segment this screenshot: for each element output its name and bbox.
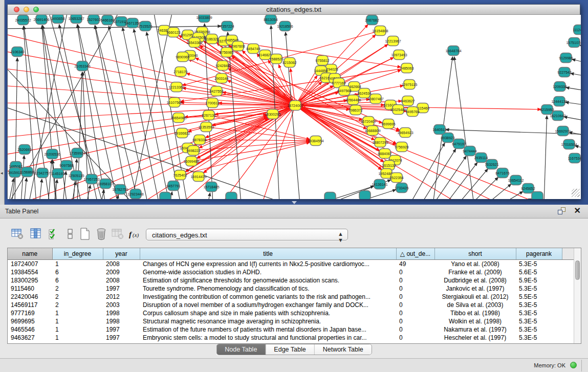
table-cell[interactable]: Embryonic stem cells: a model to study s… (140, 334, 396, 342)
graph-node[interactable]: 20564486 (345, 95, 361, 105)
graph-node[interactable]: 16543362 (186, 38, 202, 48)
graph-node[interactable]: 15692971 (555, 126, 571, 136)
table-scrollbar[interactable] (574, 248, 581, 343)
graph-node[interactable]: 9227542 (557, 68, 571, 77)
graph-node[interactable]: 20206536 (44, 149, 60, 159)
table-cell[interactable]: 0 (396, 301, 434, 309)
graph-node[interactable] (160, 192, 171, 200)
table-cell[interactable]: 2009 (103, 268, 140, 276)
graph-edge[interactable] (95, 26, 139, 199)
graph-node[interactable]: 18724007 (287, 101, 303, 111)
graph-edge[interactable] (208, 193, 210, 199)
column-header-pagerank[interactable]: pagerank (516, 248, 562, 259)
graph-node[interactable]: 6497568 (337, 86, 351, 96)
graph-edge[interactable] (228, 69, 295, 105)
table-cell[interactable]: 5.6E-5 (516, 268, 562, 276)
graph-node[interactable]: 2967608 (231, 41, 245, 51)
graph-node[interactable]: 9495769 (405, 107, 419, 117)
memory-ok-indicator-icon[interactable] (570, 362, 577, 368)
graph-node[interactable]: 1640513 (432, 125, 446, 135)
graph-node[interactable]: 16099488 (183, 157, 199, 166)
table-cell[interactable]: 0 (396, 268, 434, 276)
graph-edge[interactable] (180, 142, 310, 175)
graph-edge[interactable] (204, 105, 295, 173)
graph-node[interactable]: 9457791 (166, 181, 180, 191)
graph-edge[interactable] (471, 177, 498, 199)
table-cell[interactable]: 1 (52, 325, 103, 334)
graph-node[interactable]: 2718170 (173, 67, 187, 77)
table-cell[interactable]: 1 (52, 309, 103, 317)
graph-node[interactable]: 6479197 (452, 139, 466, 149)
table-cell[interactable]: 5.5E-5 (516, 293, 562, 301)
graph-edge[interactable] (78, 25, 118, 199)
table-cell[interactable]: 2003 (103, 301, 140, 309)
graph-edge[interactable] (24, 178, 27, 199)
graph-edge[interactable] (571, 73, 581, 77)
table-cell[interactable]: 2008 (103, 259, 140, 268)
table-cell[interactable]: 1997 (103, 334, 140, 342)
table-row[interactable]: 977716911998Corpus callosum shape and si… (8, 309, 574, 317)
table-cell[interactable]: 6 (52, 268, 103, 276)
graph-edge[interactable] (134, 29, 169, 199)
column-header-name[interactable]: name (8, 248, 52, 259)
graph-node[interactable]: 9242848 (215, 61, 229, 71)
resize-grip[interactable] (572, 189, 580, 197)
graph-node[interactable]: 19218506 (277, 21, 293, 31)
graph-node[interactable] (532, 192, 543, 200)
graph-node[interactable]: 16720407 (360, 117, 376, 126)
column-header-in_degree[interactable]: in_degree (52, 248, 103, 259)
graph-node[interactable]: 9463627 (401, 96, 415, 106)
graph-node[interactable]: 19654923 (397, 128, 413, 138)
graph-node[interactable]: 1700612 (205, 98, 219, 108)
graph-edge[interactable] (109, 26, 148, 199)
split-pane-handle[interactable] (292, 201, 297, 204)
graph-edge[interactable] (15, 58, 17, 199)
graph-node[interactable]: 1588520 (269, 54, 283, 64)
graph-edge[interactable] (575, 146, 581, 150)
graph-node[interactable]: 11353593 (199, 122, 214, 132)
delete-column-icon[interactable] (94, 227, 108, 241)
table-cell[interactable]: 5.3E-5 (516, 285, 562, 293)
table-cell[interactable]: 5.3E-5 (516, 325, 562, 334)
table-row[interactable]: 1830029562008Estimation of significance … (8, 276, 574, 285)
table-cell[interactable]: Changes of HCN gene expression and I(f) … (140, 259, 396, 268)
table-cell[interactable]: 0 (396, 276, 434, 285)
table-cell[interactable]: 1 (52, 334, 103, 342)
graph-node[interactable]: 12923448 (127, 189, 143, 199)
table-cell[interactable]: Estimation of the future numbers of pati… (140, 325, 396, 334)
graph-node[interactable]: 9699695 (381, 119, 395, 129)
table-cell[interactable]: 1997 (103, 325, 140, 334)
new-column-icon[interactable] (78, 227, 92, 241)
tab-node-table[interactable]: Node Table (216, 344, 266, 355)
graph-node[interactable]: 24035572 (15, 15, 31, 25)
graph-node[interactable]: 9755812 (315, 56, 329, 65)
float-window-icon[interactable] (558, 207, 566, 215)
graph-node[interactable]: 14136141 (372, 180, 387, 189)
table-row[interactable]: 911546021997Tourette syndrome. Phenomeno… (8, 285, 574, 293)
graph-node[interactable]: 7357224 (220, 21, 234, 31)
table-cell[interactable]: 2012 (103, 293, 140, 301)
table-options-icon[interactable] (10, 227, 25, 241)
close-panel-icon[interactable]: ✕ (574, 207, 581, 215)
table-cell[interactable]: 9465546 (8, 325, 52, 334)
graph-node[interactable]: 6466160 (100, 15, 114, 25)
graph-node[interactable]: 16107564 (166, 98, 182, 107)
graph-node[interactable]: 9498222 (186, 146, 200, 156)
table-scrollbar-thumb[interactable] (575, 260, 580, 280)
table-cell[interactable]: Dudbridge et al. (2008) (434, 276, 516, 285)
table-cell[interactable]: 5.9E-5 (516, 276, 562, 285)
table-cell[interactable]: Stergiakouli et al. (2012) (434, 293, 516, 301)
table-select-dropdown[interactable]: citations_edges.txt ▲▼ (146, 229, 348, 240)
graph-node[interactable]: 9129986 (559, 53, 573, 63)
table-cell[interactable]: 0 (396, 285, 434, 293)
table-cell[interactable]: 0 (396, 325, 434, 334)
network-window-titlebar[interactable]: citations_edges.txt (8, 5, 580, 15)
graph-node[interactable]: 8756985 (220, 48, 233, 57)
table-mode-icon[interactable] (63, 227, 78, 241)
graph-node[interactable]: 7515526 (138, 21, 152, 31)
graph-edge[interactable] (565, 102, 581, 106)
graph-node[interactable]: 8267130 (202, 111, 215, 120)
table-cell[interactable]: 2 (52, 293, 103, 301)
table-cell[interactable]: 0 (396, 334, 434, 342)
graph-node[interactable]: 8454749 (246, 44, 260, 54)
